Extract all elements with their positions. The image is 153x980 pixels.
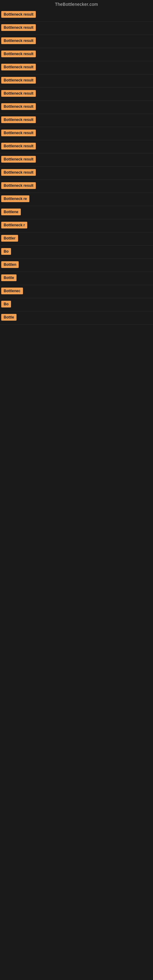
list-item: Bottlen <box>0 259 153 272</box>
bottleneck-result-badge[interactable]: Bottleneck result <box>1 51 36 57</box>
list-item: Bo <box>0 246 153 259</box>
bottleneck-result-badge[interactable]: Bottleneck result <box>1 156 36 162</box>
bottleneck-result-badge[interactable]: Bottler <box>1 235 18 242</box>
bottleneck-result-badge[interactable]: Bottlen <box>1 261 19 268</box>
list-item: Bottle <box>0 272 153 285</box>
rows-container: Bottleneck resultBottleneck resultBottle… <box>0 9 153 325</box>
list-item: Bottleneck result <box>0 22 153 35</box>
site-header: TheBottlenecker.com <box>0 0 153 9</box>
bottleneck-result-badge[interactable]: Bottleneck result <box>1 130 36 136</box>
list-item: Bottleneck result <box>0 88 153 101</box>
list-item: Bottleneck result <box>0 114 153 127</box>
bottleneck-result-badge[interactable]: Bottleneck result <box>1 116 36 123</box>
list-item: Bottleneck result <box>0 140 153 153</box>
bottleneck-result-badge[interactable]: Bottleneck result <box>1 24 36 31</box>
bottleneck-result-badge[interactable]: Bo <box>1 301 11 307</box>
list-item: Bottleneck result <box>0 153 153 167</box>
list-item: Bottleneck result <box>0 167 153 180</box>
bottleneck-result-badge[interactable]: Bottle <box>1 274 16 281</box>
bottleneck-result-badge[interactable]: Bottleneck result <box>1 182 36 189</box>
list-item: Bottleneck re <box>0 193 153 206</box>
bottleneck-result-badge[interactable]: Bottleneck result <box>1 103 36 110</box>
bottleneck-result-badge[interactable]: Bottle <box>1 314 16 321</box>
list-item: Bottler <box>0 232 153 246</box>
site-title: TheBottlenecker.com <box>0 0 153 9</box>
list-item: Bottlenec <box>0 285 153 298</box>
list-item: Bottleneck result <box>0 127 153 140</box>
list-item: Bottlene <box>0 206 153 219</box>
list-item: Bottle <box>0 312 153 325</box>
list-item: Bottleneck result <box>0 101 153 114</box>
bottleneck-result-badge[interactable]: Bottleneck result <box>1 11 36 18</box>
bottleneck-result-badge[interactable]: Bo <box>1 248 11 255</box>
bottleneck-result-badge[interactable]: Bottleneck r <box>1 222 27 229</box>
list-item: Bottleneck result <box>0 180 153 193</box>
list-item: Bottleneck result <box>0 75 153 88</box>
bottleneck-result-badge[interactable]: Bottleneck result <box>1 77 36 84</box>
bottleneck-result-badge[interactable]: Bottleneck result <box>1 143 36 150</box>
bottleneck-result-badge[interactable]: Bottleneck result <box>1 169 36 176</box>
list-item: Bottleneck r <box>0 219 153 232</box>
list-item: Bottleneck result <box>0 61 153 75</box>
bottleneck-result-badge[interactable]: Bottleneck result <box>1 37 36 44</box>
bottleneck-result-badge[interactable]: Bottleneck result <box>1 64 36 70</box>
list-item: Bottleneck result <box>0 48 153 61</box>
bottleneck-result-badge[interactable]: Bottleneck re <box>1 196 29 202</box>
bottleneck-result-badge[interactable]: Bottleneck result <box>1 90 36 97</box>
list-item: Bo <box>0 298 153 312</box>
bottleneck-result-badge[interactable]: Bottlene <box>1 208 21 215</box>
list-item: Bottleneck result <box>0 35 153 48</box>
bottleneck-result-badge[interactable]: Bottlenec <box>1 288 23 294</box>
list-item: Bottleneck result <box>0 9 153 22</box>
